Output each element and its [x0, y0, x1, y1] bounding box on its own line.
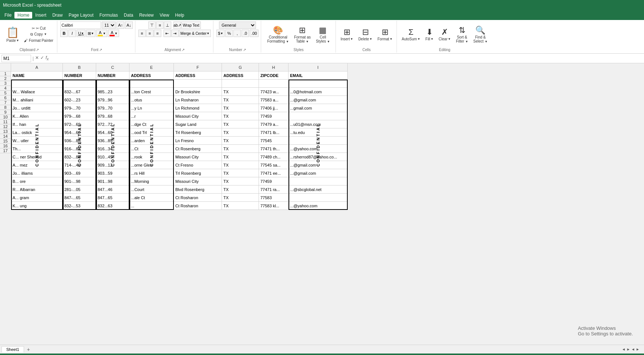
cell-5-G[interactable]: TX	[222, 104, 259, 112]
cell-17-A[interactable]: K... ung	[11, 202, 63, 210]
cell-13-F[interactable]: Trl Rosenberg	[174, 169, 222, 177]
cell-8-I[interactable]: ...tu.edu	[289, 128, 348, 137]
fill-color-button[interactable]: A ▼	[96, 30, 107, 37]
cell-9-A[interactable]: W... utler	[11, 137, 63, 145]
font-color-button[interactable]: A ▼	[108, 30, 119, 37]
cell-3-F[interactable]: Dr Brookshire	[174, 88, 222, 96]
cell-12-H[interactable]: 77545 sa...	[259, 161, 289, 169]
format-painter-button[interactable]: 🖌 Format Painter	[23, 38, 55, 43]
font-size-select[interactable]: 11 8910 121416	[102, 21, 116, 29]
cell-styles-button[interactable]: ▦ Cell Styles ▼	[314, 23, 332, 46]
cell-12-G[interactable]: TX	[222, 161, 259, 169]
cell-16-F[interactable]: Ct Rosharon	[174, 194, 222, 202]
cell-3-B[interactable]: 832-...67	[63, 88, 96, 96]
number-format-select[interactable]: General Number Currency Date Text	[219, 21, 256, 29]
cell-10-I[interactable]: ...@yahoo.com	[289, 145, 348, 153]
bold-button[interactable]: B	[60, 30, 68, 37]
menu-formulas[interactable]: Formulas	[97, 12, 121, 19]
cell-5-B[interactable]: 979-...70	[63, 104, 96, 112]
format-button[interactable]: ⊞ Format ▼	[375, 23, 394, 46]
cell-10-F[interactable]: Ct Rosenberg	[174, 145, 222, 153]
decrease-indent-button[interactable]: ⇤	[163, 30, 171, 37]
cell-14-C[interactable]: 901...98	[96, 177, 129, 185]
cell-9-F[interactable]: Ln Fresno	[174, 137, 222, 145]
copy-button[interactable]: ⧉ Copy ▼	[23, 31, 55, 37]
merge-center-button[interactable]: Merge & Center▼	[179, 30, 211, 37]
cell-13-E[interactable]: ...rs Hill	[129, 169, 174, 177]
cell-17-B[interactable]: 832-...53	[63, 202, 96, 210]
cell-8-F[interactable]: Trl Rosenberg	[174, 128, 222, 137]
font-expand-icon[interactable]: ↗	[99, 48, 102, 52]
cell-9-B[interactable]: 936-...85	[63, 137, 96, 145]
font-size-decrease-button[interactable]: A↓	[125, 21, 133, 29]
number-expand-icon[interactable]: ↗	[243, 48, 246, 52]
align-right-button[interactable]: ≡	[154, 30, 161, 37]
cut-button[interactable]: ✂ ✂ Cut	[23, 26, 55, 31]
cell-3-I[interactable]: ...0@hotmail.com	[289, 88, 348, 96]
cell-10-C[interactable]: 916...34	[96, 145, 129, 153]
cell-4-B[interactable]: 602-...23	[63, 96, 96, 104]
cell-5-E[interactable]: ...y Ln	[129, 104, 174, 112]
clipboard-expand-icon[interactable]: ↗	[36, 48, 39, 52]
cell-7-B[interactable]: 972-...69	[63, 120, 96, 128]
cell-5-A[interactable]: Jo... urditt	[11, 104, 63, 112]
cell-9-H[interactable]: 77545	[259, 137, 289, 145]
cell-8-B[interactable]: 954-...60	[63, 128, 96, 137]
align-bottom-button[interactable]: ⊥	[164, 21, 171, 29]
cell-10-H[interactable]: 77471 th...	[259, 145, 289, 153]
cell-5-C[interactable]: 979...70	[96, 104, 129, 112]
menu-help[interactable]: Help	[172, 12, 187, 19]
cell-16-C[interactable]: 847...65	[96, 194, 129, 202]
cell-13-H[interactable]: 77471 ee...	[259, 169, 289, 177]
wrap-text-button[interactable]: Wrap Text	[181, 21, 201, 29]
cell-10-A[interactable]: Th...	[11, 145, 63, 153]
cell-9-E[interactable]: ...arden	[129, 137, 174, 145]
cell-14-F[interactable]: Missouri City	[174, 177, 222, 185]
paste-button[interactable]: 📋 Paste ▼	[4, 21, 22, 47]
cell-7-G[interactable]: TX	[222, 120, 259, 128]
cell-7-E[interactable]: ...dge Ct	[129, 120, 174, 128]
cell-12-E[interactable]: ...orne Glen	[129, 161, 174, 169]
cell-13-C[interactable]: 903...59	[96, 169, 129, 177]
cell-5-I[interactable]: ...gmail.com	[289, 104, 348, 112]
cell-1-B[interactable]: NUMBER	[63, 71, 96, 80]
alignment-expand-icon[interactable]: ↗	[182, 48, 185, 52]
cell-1-I[interactable]: EMAIL	[289, 71, 348, 80]
cell-8-A[interactable]: La... ostick	[11, 128, 63, 137]
cell-2-E[interactable]	[129, 80, 174, 88]
cell-3-A[interactable]: W... Wallace	[11, 88, 63, 96]
cell-14-H[interactable]: 77459	[259, 177, 289, 185]
cell-4-C[interactable]: 979...96	[96, 96, 129, 104]
decimal-decrease-button[interactable]: .00	[250, 30, 258, 37]
formula-input[interactable]	[50, 56, 643, 61]
format-as-table-button[interactable]: ⊞ Format as Table ▼	[292, 23, 313, 46]
add-sheet-button[interactable]: +	[25, 346, 32, 353]
cell-12-C[interactable]: 909...12	[96, 161, 129, 169]
menu-page-layout[interactable]: Page Layout	[65, 12, 96, 19]
cell-4-G[interactable]: TX	[222, 96, 259, 104]
cell-3-E[interactable]: ...ton Crest	[129, 88, 174, 96]
cell-16-E[interactable]: ...ale Ct	[129, 194, 174, 202]
cell-2-H[interactable]	[259, 80, 289, 88]
cell-7-A[interactable]: If... han	[11, 120, 63, 128]
cell-2-C[interactable]	[96, 80, 129, 88]
cell-12-F[interactable]: Ct Fresno	[174, 161, 222, 169]
menu-review[interactable]: Review	[136, 12, 156, 19]
cell-6-H[interactable]: 77459	[259, 112, 289, 120]
sheet-tab-sheet1[interactable]: Sheet1	[1, 346, 24, 352]
cell-7-H[interactable]: 77479 a...	[259, 120, 289, 128]
font-name-input[interactable]	[60, 21, 101, 29]
cell-6-A[interactable]: K... Allen	[11, 112, 63, 120]
cell-2-A[interactable]	[11, 80, 63, 88]
fill-button[interactable]: ⬇ Fill ▼	[424, 23, 435, 46]
cell-4-E[interactable]: ...otus	[129, 96, 174, 104]
clear-button[interactable]: ✗ Clear ▼	[437, 23, 453, 46]
cell-2-I[interactable]	[289, 80, 348, 88]
decimal-increase-button[interactable]: .0	[242, 30, 249, 37]
cell-15-C[interactable]: 847...46	[96, 185, 129, 194]
italic-button[interactable]: I	[68, 30, 76, 37]
font-size-increase-button[interactable]: A↑	[117, 21, 124, 29]
cell-11-F[interactable]: Missouri City	[174, 153, 222, 161]
align-left-button[interactable]: ≡	[138, 30, 146, 37]
border-button[interactable]: ⊞▼	[86, 30, 95, 37]
